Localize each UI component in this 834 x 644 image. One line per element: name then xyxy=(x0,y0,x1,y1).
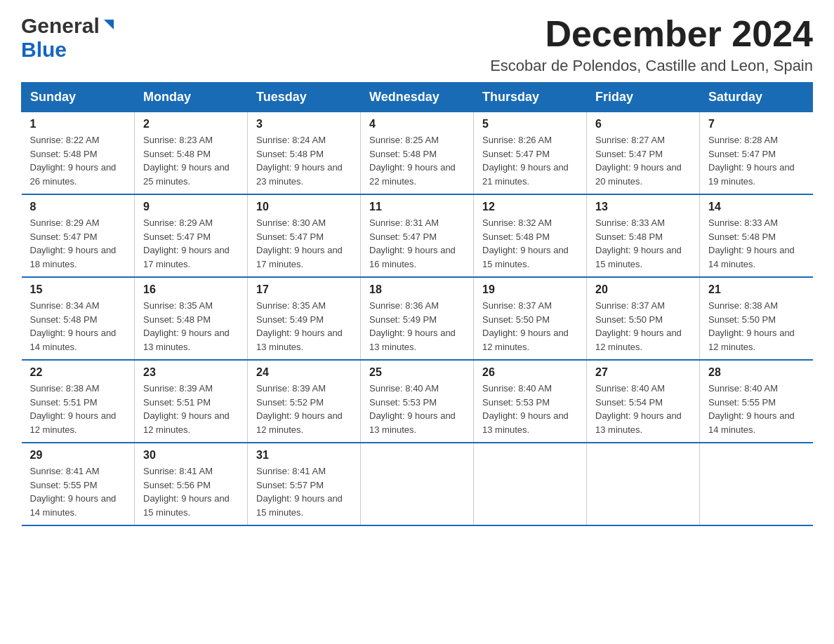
day-number: 9 xyxy=(143,201,239,213)
calendar-cell xyxy=(700,443,813,525)
day-header-wednesday: Wednesday xyxy=(361,83,474,112)
calendar-cell: 9 Sunrise: 8:29 AM Sunset: 5:47 PM Dayli… xyxy=(135,194,248,277)
day-info: Sunrise: 8:32 AM Sunset: 5:48 PM Dayligh… xyxy=(482,216,578,271)
day-number: 22 xyxy=(30,366,126,379)
day-number: 8 xyxy=(30,201,126,213)
calendar-cell: 11 Sunrise: 8:31 AM Sunset: 5:47 PM Dayl… xyxy=(361,194,474,277)
day-info: Sunrise: 8:40 AM Sunset: 5:55 PM Dayligh… xyxy=(708,382,805,436)
calendar-cell xyxy=(361,443,474,525)
calendar-cell: 22 Sunrise: 8:38 AM Sunset: 5:51 PM Dayl… xyxy=(22,360,135,443)
day-info: Sunrise: 8:34 AM Sunset: 5:48 PM Dayligh… xyxy=(30,299,126,354)
day-number: 26 xyxy=(482,366,578,379)
day-info: Sunrise: 8:35 AM Sunset: 5:48 PM Dayligh… xyxy=(143,299,239,354)
month-title: December 2024 xyxy=(490,14,813,54)
calendar-cell: 31 Sunrise: 8:41 AM Sunset: 5:57 PM Dayl… xyxy=(248,443,361,525)
day-number: 17 xyxy=(256,283,352,296)
calendar-cell: 10 Sunrise: 8:30 AM Sunset: 5:47 PM Dayl… xyxy=(248,194,361,277)
day-info: Sunrise: 8:38 AM Sunset: 5:51 PM Dayligh… xyxy=(30,382,126,436)
calendar-cell: 16 Sunrise: 8:35 AM Sunset: 5:48 PM Dayl… xyxy=(135,277,248,360)
day-info: Sunrise: 8:35 AM Sunset: 5:49 PM Dayligh… xyxy=(256,299,352,354)
title-area: December 2024 Escobar de Polendos, Casti… xyxy=(490,14,813,75)
day-number: 20 xyxy=(595,283,691,296)
day-info: Sunrise: 8:40 AM Sunset: 5:53 PM Dayligh… xyxy=(369,382,465,436)
day-info: Sunrise: 8:30 AM Sunset: 5:47 PM Dayligh… xyxy=(256,216,352,271)
calendar-cell xyxy=(587,443,700,525)
day-info: Sunrise: 8:39 AM Sunset: 5:51 PM Dayligh… xyxy=(143,382,239,436)
day-info: Sunrise: 8:31 AM Sunset: 5:47 PM Dayligh… xyxy=(369,216,465,271)
day-number: 29 xyxy=(30,449,126,462)
day-number: 7 xyxy=(708,118,805,130)
day-info: Sunrise: 8:37 AM Sunset: 5:50 PM Dayligh… xyxy=(482,299,578,354)
calendar-cell: 21 Sunrise: 8:38 AM Sunset: 5:50 PM Dayl… xyxy=(700,277,813,360)
day-info: Sunrise: 8:41 AM Sunset: 5:55 PM Dayligh… xyxy=(30,464,126,519)
day-info: Sunrise: 8:27 AM Sunset: 5:47 PM Dayligh… xyxy=(595,133,691,188)
calendar-cell: 13 Sunrise: 8:33 AM Sunset: 5:48 PM Dayl… xyxy=(587,194,700,277)
day-number: 19 xyxy=(482,283,578,296)
day-header-tuesday: Tuesday xyxy=(248,83,361,112)
calendar-cell: 25 Sunrise: 8:40 AM Sunset: 5:53 PM Dayl… xyxy=(361,360,474,443)
day-info: Sunrise: 8:39 AM Sunset: 5:52 PM Dayligh… xyxy=(256,382,352,436)
calendar-cell: 1 Sunrise: 8:22 AM Sunset: 5:48 PM Dayli… xyxy=(22,112,135,195)
calendar-table: SundayMondayTuesdayWednesdayThursdayFrid… xyxy=(21,82,813,526)
day-info: Sunrise: 8:40 AM Sunset: 5:53 PM Dayligh… xyxy=(482,382,578,436)
day-info: Sunrise: 8:28 AM Sunset: 5:47 PM Dayligh… xyxy=(708,133,805,188)
day-info: Sunrise: 8:33 AM Sunset: 5:48 PM Dayligh… xyxy=(708,216,805,271)
day-info: Sunrise: 8:38 AM Sunset: 5:50 PM Dayligh… xyxy=(708,299,805,354)
calendar-cell: 17 Sunrise: 8:35 AM Sunset: 5:49 PM Dayl… xyxy=(248,277,361,360)
calendar-cell: 26 Sunrise: 8:40 AM Sunset: 5:53 PM Dayl… xyxy=(474,360,587,443)
day-number: 13 xyxy=(595,201,691,213)
day-info: Sunrise: 8:41 AM Sunset: 5:56 PM Dayligh… xyxy=(143,464,239,519)
calendar-cell: 14 Sunrise: 8:33 AM Sunset: 5:48 PM Dayl… xyxy=(700,194,813,277)
day-info: Sunrise: 8:25 AM Sunset: 5:48 PM Dayligh… xyxy=(369,133,465,188)
day-header-monday: Monday xyxy=(135,83,248,112)
calendar-cell: 4 Sunrise: 8:25 AM Sunset: 5:48 PM Dayli… xyxy=(361,112,474,195)
day-header-friday: Friday xyxy=(587,83,700,112)
day-number: 5 xyxy=(482,118,578,130)
calendar-cell: 12 Sunrise: 8:32 AM Sunset: 5:48 PM Dayl… xyxy=(474,194,587,277)
logo-arrow-icon xyxy=(101,17,117,35)
day-info: Sunrise: 8:41 AM Sunset: 5:57 PM Dayligh… xyxy=(256,464,352,519)
day-info: Sunrise: 8:22 AM Sunset: 5:48 PM Dayligh… xyxy=(30,133,126,188)
day-number: 1 xyxy=(30,118,126,130)
day-info: Sunrise: 8:26 AM Sunset: 5:47 PM Dayligh… xyxy=(482,133,578,188)
day-number: 6 xyxy=(595,118,691,130)
day-number: 14 xyxy=(708,201,805,213)
calendar-week-row: 22 Sunrise: 8:38 AM Sunset: 5:51 PM Dayl… xyxy=(22,360,813,443)
calendar-week-row: 8 Sunrise: 8:29 AM Sunset: 5:47 PM Dayli… xyxy=(22,194,813,277)
day-info: Sunrise: 8:29 AM Sunset: 5:47 PM Dayligh… xyxy=(143,216,239,271)
day-number: 27 xyxy=(595,366,691,379)
day-number: 31 xyxy=(256,449,352,462)
calendar-week-row: 29 Sunrise: 8:41 AM Sunset: 5:55 PM Dayl… xyxy=(22,443,813,525)
day-number: 30 xyxy=(143,449,239,462)
day-number: 25 xyxy=(369,366,465,379)
day-number: 2 xyxy=(143,118,239,130)
day-number: 21 xyxy=(708,283,805,296)
day-number: 28 xyxy=(708,366,805,379)
day-info: Sunrise: 8:36 AM Sunset: 5:49 PM Dayligh… xyxy=(369,299,465,354)
day-number: 24 xyxy=(256,366,352,379)
day-info: Sunrise: 8:40 AM Sunset: 5:54 PM Dayligh… xyxy=(595,382,691,436)
day-info: Sunrise: 8:29 AM Sunset: 5:47 PM Dayligh… xyxy=(30,216,126,271)
day-number: 15 xyxy=(30,283,126,296)
day-number: 23 xyxy=(143,366,239,379)
calendar-cell: 29 Sunrise: 8:41 AM Sunset: 5:55 PM Dayl… xyxy=(22,443,135,525)
day-info: Sunrise: 8:37 AM Sunset: 5:50 PM Dayligh… xyxy=(595,299,691,354)
location-subtitle: Escobar de Polendos, Castille and Leon, … xyxy=(490,57,813,75)
logo: General Blue xyxy=(21,14,117,62)
calendar-cell: 6 Sunrise: 8:27 AM Sunset: 5:47 PM Dayli… xyxy=(587,112,700,195)
day-header-sunday: Sunday xyxy=(22,83,135,112)
calendar-cell: 7 Sunrise: 8:28 AM Sunset: 5:47 PM Dayli… xyxy=(700,112,813,195)
day-header-saturday: Saturday xyxy=(700,83,813,112)
calendar-week-row: 15 Sunrise: 8:34 AM Sunset: 5:48 PM Dayl… xyxy=(22,277,813,360)
day-number: 16 xyxy=(143,283,239,296)
day-number: 18 xyxy=(369,283,465,296)
svg-marker-0 xyxy=(104,20,114,29)
calendar-cell xyxy=(474,443,587,525)
day-header-thursday: Thursday xyxy=(474,83,587,112)
day-number: 3 xyxy=(256,118,352,130)
calendar-cell: 27 Sunrise: 8:40 AM Sunset: 5:54 PM Dayl… xyxy=(587,360,700,443)
logo-general-text: General xyxy=(21,14,100,38)
calendar-cell: 20 Sunrise: 8:37 AM Sunset: 5:50 PM Dayl… xyxy=(587,277,700,360)
day-info: Sunrise: 8:23 AM Sunset: 5:48 PM Dayligh… xyxy=(143,133,239,188)
calendar-cell: 19 Sunrise: 8:37 AM Sunset: 5:50 PM Dayl… xyxy=(474,277,587,360)
